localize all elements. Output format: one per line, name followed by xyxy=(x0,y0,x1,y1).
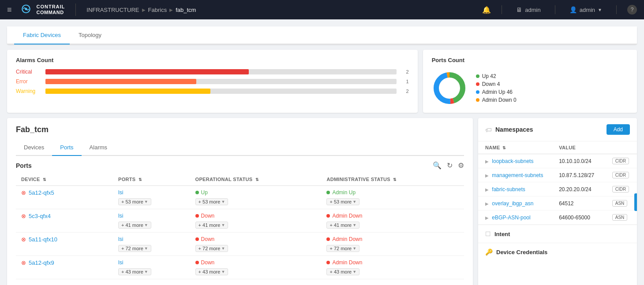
tab-fabric-devices[interactable]: Fabric Devices xyxy=(14,26,70,44)
op-more-0[interactable]: + 53 more ▼ xyxy=(195,198,228,205)
op-more-2[interactable]: + 72 more ▼ xyxy=(195,245,228,252)
adm-status-dot-2 xyxy=(326,237,330,241)
table-row: ⊗ 5a12-qfx5 lsi + 53 more ▼ Up xyxy=(16,186,464,209)
tab-ports[interactable]: Ports xyxy=(52,140,81,156)
alarm-warning-count: 2 xyxy=(402,89,409,94)
adm-more-2[interactable]: + 72 more ▼ xyxy=(326,245,359,252)
port-link-3[interactable]: lsi xyxy=(118,259,123,266)
fabric-title: Fab_tcm xyxy=(16,125,464,134)
ns-expand-icon-3[interactable]: ▶ xyxy=(485,201,489,206)
hamburger-icon[interactable]: ≡ xyxy=(7,5,12,15)
ns-col-badge xyxy=(603,141,637,154)
refresh-icon[interactable]: ↻ xyxy=(447,161,453,170)
device-name-1[interactable]: 5c3-qfx4 xyxy=(29,213,51,219)
device-name-0[interactable]: 5a12-qfx5 xyxy=(29,189,54,196)
port-link-1[interactable]: lsi xyxy=(118,213,123,219)
ns-expand-icon-2[interactable]: ▶ xyxy=(485,187,489,192)
op-more-3[interactable]: + 43 more ▼ xyxy=(195,268,228,275)
ns-name-1[interactable]: management-subnets xyxy=(492,172,543,178)
breadcrumb-fabrics[interactable]: Fabrics xyxy=(148,7,167,13)
filter-icon[interactable]: ⚙ xyxy=(458,161,464,170)
ns-value-2: 20.20.20.0/24 xyxy=(559,186,591,192)
ns-table-row: ▶ eBGP-ASN-pool 64600-65000 ASN xyxy=(478,211,637,225)
nav-right-actions: 🔔 🖥 admin 👤 admin ▼ ? xyxy=(482,4,637,15)
ns-expand-icon-0[interactable]: ▶ xyxy=(485,159,489,164)
legend-up: Up 42 xyxy=(476,73,517,79)
user-icon: 👤 xyxy=(569,6,577,13)
device-name-3[interactable]: 5a12-qfx9 xyxy=(29,259,54,266)
port-more-3[interactable]: + 43 more ▼ xyxy=(118,268,151,275)
fabric-header: Fab_tcm Devices Ports Alarms xyxy=(7,118,473,156)
ns-expand-icon-4[interactable]: ▶ xyxy=(485,215,489,220)
adm-more-0[interactable]: + 53 more ▼ xyxy=(326,198,359,205)
col-op-status[interactable]: OPERATIONAL STATUS ⇅ xyxy=(190,173,322,186)
app-logo: CONTRAILCOMMAND xyxy=(19,4,65,16)
nav-divider-4 xyxy=(616,5,617,14)
breadcrumb-infrastructure[interactable]: INFRASTRUCTURE xyxy=(86,7,139,13)
user-dropdown-icon: ▼ xyxy=(598,7,602,12)
add-namespace-button[interactable]: Add xyxy=(607,124,630,135)
op-status-cell-0: Up + 53 more ▼ xyxy=(190,186,322,209)
notification-icon[interactable]: 🔔 xyxy=(482,6,491,14)
fabric-sidebar: 🏷 Namespaces Add NAME ⇅ VALUE xyxy=(478,118,637,285)
stats-row: Alarms Count Critical 2 Error 1 xyxy=(7,50,637,113)
col-adm-status[interactable]: ADMINISTRATIVE STATUS ⇅ xyxy=(321,173,464,186)
device-cell-3: ⊗ 5a12-qfx9 xyxy=(16,256,113,279)
ns-col-value: VALUE xyxy=(552,141,603,154)
tab-alarms[interactable]: Alarms xyxy=(82,140,115,156)
main-content: Fabric Devices Topology Alarms Count Cri… xyxy=(0,19,644,285)
ports-section-title: Ports xyxy=(16,162,32,169)
ns-value-cell-3: 64512 xyxy=(552,196,603,211)
adm-status-cell-1: Admin Down + 41 more ▼ xyxy=(321,209,464,233)
port-link-0[interactable]: lsi xyxy=(118,189,123,196)
port-more-0[interactable]: + 53 more ▼ xyxy=(118,198,151,205)
col-device[interactable]: DEVICE ⇅ xyxy=(16,173,113,186)
intent-section[interactable]: ☐ Intent xyxy=(478,225,637,243)
ns-name-0[interactable]: loopback-subnets xyxy=(492,158,533,164)
legend-label-up: Up 42 xyxy=(482,73,496,79)
more-op-arrow-0: ▼ xyxy=(221,200,225,204)
search-icon[interactable]: 🔍 xyxy=(433,161,442,170)
ns-name-2[interactable]: fabric-subnets xyxy=(492,186,525,192)
legend-dot-down xyxy=(476,82,479,86)
ns-name-3[interactable]: overlay_ibgp_asn xyxy=(492,200,533,207)
port-more-1[interactable]: + 41 more ▼ xyxy=(118,222,151,229)
more-op-arrow-2: ▼ xyxy=(221,246,225,251)
tab-devices[interactable]: Devices xyxy=(16,140,52,156)
fabric-section: Fab_tcm Devices Ports Alarms Ports 🔍 ↻ ⚙ xyxy=(7,118,637,285)
adm-more-1[interactable]: + 41 more ▼ xyxy=(326,222,359,229)
op-status-cell-3: Down + 43 more ▼ xyxy=(190,256,322,279)
breadcrumb-sep-1: ▶ xyxy=(142,7,146,12)
ns-expand-icon-1[interactable]: ▶ xyxy=(485,173,489,178)
alarm-critical-count: 2 xyxy=(402,69,409,74)
ns-table-row: ▶ management-subnets 10.87.5.128/27 CIDR xyxy=(478,168,637,182)
table-header-row: DEVICE ⇅ PORTS ⇅ OPERATIONAL STATUS ⇅ xyxy=(16,173,464,186)
ns-col-name: NAME ⇅ xyxy=(478,141,552,154)
legend-admin-up: Admin Up 46 xyxy=(476,89,517,95)
help-icon[interactable]: ? xyxy=(627,5,637,15)
ns-badge-1: CIDR xyxy=(612,172,629,178)
op-more-1[interactable]: + 41 more ▼ xyxy=(195,222,228,229)
monitor-menu[interactable]: 🖥 admin xyxy=(513,4,544,15)
more-adm-arrow-2: ▼ xyxy=(352,246,356,251)
adm-more-3[interactable]: + 43 more ▼ xyxy=(326,268,359,275)
svg-point-1 xyxy=(25,8,27,10)
port-cell-0: lsi + 53 more ▼ xyxy=(113,186,190,209)
port-more-2[interactable]: + 72 more ▼ xyxy=(118,245,151,252)
fabric-tabs: Devices Ports Alarms xyxy=(16,140,464,156)
op-status-dot-2 xyxy=(195,237,199,241)
adm-status-text-0: Admin Up xyxy=(332,189,356,196)
blue-side-tab[interactable] xyxy=(634,193,637,211)
ns-value-cell-0: 10.10.10.0/24 xyxy=(552,154,603,168)
device-cell-2: ⊗ 5a11-qfx10 xyxy=(16,233,113,256)
user-menu[interactable]: 👤 admin ▼ xyxy=(566,4,606,15)
device-name-2[interactable]: 5a11-qfx10 xyxy=(29,236,57,243)
legend-label-down: Down 4 xyxy=(482,81,500,87)
ports-section-header: Ports 🔍 ↻ ⚙ xyxy=(16,156,464,173)
device-credentials-section[interactable]: 🔑 Device Credentials xyxy=(478,243,637,261)
col-ports[interactable]: PORTS ⇅ xyxy=(113,173,190,186)
ns-name-4[interactable]: eBGP-ASN-pool xyxy=(492,215,530,221)
tab-topology[interactable]: Topology xyxy=(70,26,110,44)
ns-name-cell-0: ▶ loopback-subnets xyxy=(478,154,552,168)
port-link-2[interactable]: lsi xyxy=(118,236,123,242)
